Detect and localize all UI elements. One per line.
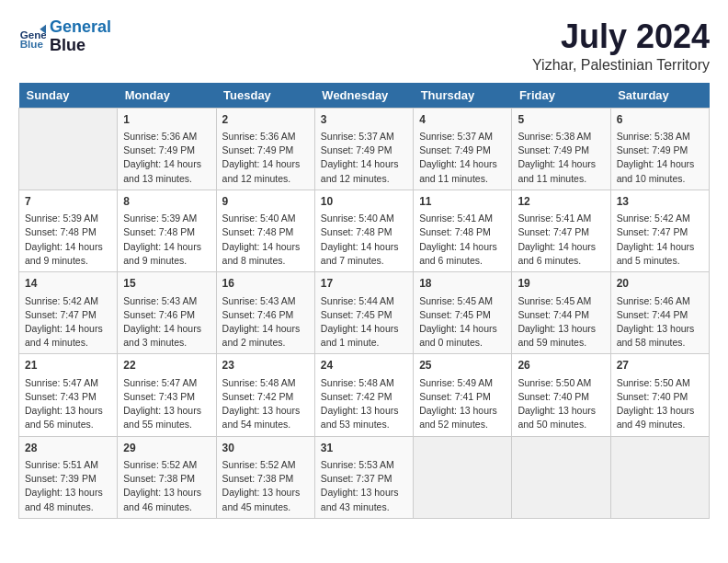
daylight-label: Daylight: 14 hours and 12 minutes. <box>222 158 301 183</box>
daylight-label: Daylight: 13 hours and 53 minutes. <box>321 405 399 430</box>
sunset: Sunset: 7:41 PM <box>419 391 491 402</box>
sunrise: Sunrise: 5:39 AM <box>25 213 98 224</box>
calendar-cell: 28Sunrise: 5:51 AMSunset: 7:39 PMDayligh… <box>19 436 118 518</box>
calendar-cell <box>512 436 610 518</box>
sunrise: Sunrise: 5:40 AM <box>222 213 296 224</box>
sunset: Sunset: 7:39 PM <box>25 473 97 484</box>
sunset: Sunset: 7:38 PM <box>123 473 195 484</box>
sunrise: Sunrise: 5:52 AM <box>123 459 197 470</box>
day-number: 27 <box>617 358 703 373</box>
daylight-label: Daylight: 14 hours and 2 minutes. <box>222 323 301 348</box>
sunset: Sunset: 7:42 PM <box>321 391 392 402</box>
daylight-label: Daylight: 14 hours and 8 minutes. <box>222 241 301 266</box>
sunset: Sunset: 7:37 PM <box>321 473 392 484</box>
calendar-cell: 7Sunrise: 5:39 AMSunset: 7:48 PMDaylight… <box>19 190 118 271</box>
daylight-label: Daylight: 13 hours and 48 minutes. <box>25 487 103 511</box>
sunset: Sunset: 7:44 PM <box>518 309 589 320</box>
week-row-2: 7Sunrise: 5:39 AMSunset: 7:48 PMDaylight… <box>19 190 710 271</box>
daylight-label: Daylight: 13 hours and 54 minutes. <box>222 405 301 430</box>
header-saturday: Saturday <box>610 83 709 109</box>
calendar-cell <box>414 436 512 518</box>
calendar-cell: 25Sunrise: 5:49 AMSunset: 7:41 PMDayligh… <box>414 354 512 436</box>
week-row-3: 14Sunrise: 5:42 AMSunset: 7:47 PMDayligh… <box>19 272 710 354</box>
week-row-1: 1Sunrise: 5:36 AMSunset: 7:49 PMDaylight… <box>19 108 710 190</box>
sunrise: Sunrise: 5:52 AM <box>222 459 296 470</box>
sunset: Sunset: 7:40 PM <box>617 391 688 402</box>
day-number: 5 <box>518 112 604 128</box>
sunset: Sunset: 7:48 PM <box>222 226 294 237</box>
sunset: Sunset: 7:49 PM <box>321 144 392 155</box>
calendar-cell: 19Sunrise: 5:45 AMSunset: 7:44 PMDayligh… <box>512 272 610 354</box>
daylight-label: Daylight: 14 hours and 9 minutes. <box>123 241 201 266</box>
day-number: 19 <box>518 276 604 292</box>
daylight-label: Daylight: 13 hours and 49 minutes. <box>617 405 695 430</box>
day-number: 6 <box>617 112 703 128</box>
daylight-label: Daylight: 14 hours and 0 minutes. <box>419 323 497 348</box>
daylight-label: Daylight: 13 hours and 55 minutes. <box>123 405 201 430</box>
daylight-label: Daylight: 13 hours and 50 minutes. <box>518 405 596 430</box>
sunrise: Sunrise: 5:53 AM <box>321 459 394 470</box>
sunrise: Sunrise: 5:45 AM <box>419 295 493 306</box>
header-friday: Friday <box>512 83 610 109</box>
sunrise: Sunrise: 5:41 AM <box>518 213 591 224</box>
calendar-cell: 6Sunrise: 5:38 AMSunset: 7:49 PMDaylight… <box>610 108 709 190</box>
daylight-label: Daylight: 14 hours and 6 minutes. <box>518 241 596 266</box>
calendar-cell: 4Sunrise: 5:37 AMSunset: 7:49 PMDaylight… <box>414 108 512 190</box>
sunrise: Sunrise: 5:48 AM <box>222 377 296 388</box>
calendar-cell: 5Sunrise: 5:38 AMSunset: 7:49 PMDaylight… <box>512 108 610 190</box>
sunrise: Sunrise: 5:47 AM <box>123 377 197 388</box>
calendar-cell: 20Sunrise: 5:46 AMSunset: 7:44 PMDayligh… <box>610 272 709 354</box>
day-number: 14 <box>25 276 111 292</box>
daylight-label: Daylight: 14 hours and 3 minutes. <box>123 323 201 348</box>
svg-text:Blue: Blue <box>20 37 44 49</box>
sunrise: Sunrise: 5:44 AM <box>321 295 394 306</box>
sunrise: Sunrise: 5:43 AM <box>222 295 296 306</box>
day-number: 11 <box>419 194 506 210</box>
month-title: July 2024 <box>532 18 710 55</box>
sunset: Sunset: 7:42 PM <box>222 391 294 402</box>
sunset: Sunset: 7:45 PM <box>419 309 491 320</box>
day-number: 17 <box>321 276 407 292</box>
header-sunday: Sunday <box>19 83 118 109</box>
daylight-label: Daylight: 14 hours and 11 minutes. <box>518 158 596 183</box>
day-number: 23 <box>222 358 309 373</box>
sunrise: Sunrise: 5:47 AM <box>25 377 98 388</box>
sunset: Sunset: 7:46 PM <box>123 309 195 320</box>
header-tuesday: Tuesday <box>216 83 314 109</box>
day-number: 20 <box>617 276 703 292</box>
daylight-label: Daylight: 14 hours and 4 minutes. <box>25 323 103 348</box>
sunrise: Sunrise: 5:39 AM <box>123 213 197 224</box>
daylight-label: Daylight: 14 hours and 13 minutes. <box>123 158 201 183</box>
sunrise: Sunrise: 5:51 AM <box>25 459 98 470</box>
sunrise: Sunrise: 5:37 AM <box>321 131 394 142</box>
calendar-cell: 2Sunrise: 5:36 AMSunset: 7:49 PMDaylight… <box>216 108 314 190</box>
calendar-cell: 24Sunrise: 5:48 AMSunset: 7:42 PMDayligh… <box>314 354 413 436</box>
sunset: Sunset: 7:47 PM <box>25 309 97 320</box>
daylight-label: Daylight: 14 hours and 12 minutes. <box>321 158 399 183</box>
daylight-label: Daylight: 13 hours and 45 minutes. <box>222 487 301 511</box>
sunrise: Sunrise: 5:42 AM <box>25 295 98 306</box>
daylight-label: Daylight: 14 hours and 1 minute. <box>321 323 399 348</box>
sunset: Sunset: 7:43 PM <box>25 391 97 402</box>
sunrise: Sunrise: 5:48 AM <box>321 377 394 388</box>
week-row-4: 21Sunrise: 5:47 AMSunset: 7:43 PMDayligh… <box>19 354 710 436</box>
sunrise: Sunrise: 5:37 AM <box>419 131 493 142</box>
sunrise: Sunrise: 5:45 AM <box>518 295 591 306</box>
daylight-label: Daylight: 14 hours and 5 minutes. <box>617 241 695 266</box>
day-number: 10 <box>321 194 407 210</box>
day-number: 30 <box>222 441 309 456</box>
sunset: Sunset: 7:47 PM <box>518 226 589 237</box>
sunrise: Sunrise: 5:38 AM <box>518 131 591 142</box>
daylight-label: Daylight: 13 hours and 56 minutes. <box>25 405 103 430</box>
sunset: Sunset: 7:49 PM <box>123 144 195 155</box>
day-number: 31 <box>321 441 407 456</box>
day-number: 12 <box>518 194 604 210</box>
day-number: 22 <box>123 358 210 373</box>
day-number: 16 <box>222 276 309 292</box>
sunrise: Sunrise: 5:41 AM <box>419 213 493 224</box>
calendar-cell: 13Sunrise: 5:42 AMSunset: 7:47 PMDayligh… <box>610 190 709 271</box>
calendar-cell: 1Sunrise: 5:36 AMSunset: 7:49 PMDaylight… <box>118 108 216 190</box>
calendar-cell: 27Sunrise: 5:50 AMSunset: 7:40 PMDayligh… <box>610 354 709 436</box>
daylight-label: Daylight: 13 hours and 46 minutes. <box>123 487 201 511</box>
sunrise: Sunrise: 5:46 AM <box>617 295 690 306</box>
